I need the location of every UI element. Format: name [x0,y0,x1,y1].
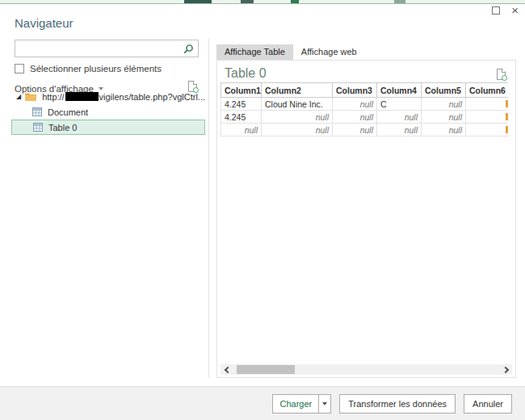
strip-segment [394,0,405,3]
grid-row: 4.245Cloud Nine Inc.nullCnull [221,98,509,111]
page-title: Navigateur [15,16,74,30]
tree-item-label: Table 0 [48,123,77,132]
redaction-bar [65,92,99,101]
grid-cell: 4.245 [221,98,262,111]
strip-segment [241,0,254,3]
grid-cell: Cloud Nine Inc. [262,98,333,111]
horizontal-scrollbar[interactable] [220,364,512,375]
scrollbar-thumb[interactable] [237,365,295,374]
grid-row: nullnullnullnullnull [221,124,509,136]
scroll-left-icon[interactable] [220,364,232,375]
grid-cell: null [333,111,377,124]
refresh-preview-icon[interactable] [497,69,506,80]
close-icon[interactable]: × [511,6,519,15]
grid-cell: null [221,124,262,136]
page-fold [502,69,506,72]
search-box[interactable] [15,40,199,57]
grid-cell: null [333,98,377,111]
grid-cell: null [422,111,466,124]
tree-item-label: Document [48,107,88,117]
search-icon[interactable] [183,44,194,55]
scroll-right-icon[interactable] [501,364,512,375]
folder-icon [25,92,36,101]
page-fold [194,81,197,84]
strip-segment [291,0,299,3]
grid-cell: null [377,111,422,124]
grid-header-cell: Column5 [422,83,466,98]
grid-header-cell: Column4 [377,83,422,98]
grid-cell: null [422,124,466,136]
window-controls: × [492,6,519,15]
grid-cell [466,124,509,136]
cancel-button[interactable]: Annuler [464,394,512,414]
clipped-text-sliver [506,113,508,120]
load-button[interactable]: Charger [272,394,318,414]
table-icon [32,107,42,116]
preview-tabs: Affichage Table Affichage web [216,44,365,60]
url-suffix: vigilens/table.php?vglCtrl... [99,92,205,102]
refresh-badge-icon [502,75,507,81]
tree-item-document[interactable]: Document [11,104,205,120]
maximize-icon[interactable] [492,6,500,15]
source-tree: ◢ http://vigilens/table.php?vglCtrl... D… [11,89,205,135]
tree-item-table0[interactable]: Table 0 [11,120,205,135]
grid-header-cell: Column1 [221,83,262,98]
chevron-down-icon [322,402,327,405]
tab-affichage-web[interactable]: Affichage web [293,44,365,60]
grid-cell: C [377,98,422,111]
grid-header-cell: Column6 [466,83,509,98]
table-icon [33,123,43,132]
preview-panel: Table 0 Column1Column2Column3Column4Colu… [216,60,516,378]
grid-header-cell: Column3 [333,83,377,98]
background-app-strip [0,0,525,4]
search-input[interactable] [19,41,180,56]
grid-cell: null [422,98,466,111]
grid-cell: null [262,111,333,124]
tab-affichage-table[interactable]: Affichage Table [216,44,293,60]
transform-data-button[interactable]: Transformer les données [339,394,456,414]
grid-cell [466,111,509,124]
load-dropdown-button[interactable] [318,394,331,414]
tree-root-url[interactable]: ◢ http://vigilens/table.php?vglCtrl... [11,89,205,104]
data-grid-wrap: Column1Column2Column3Column4Column5Colum… [220,82,508,136]
grid-cell: null [262,124,333,136]
expand-collapse-icon[interactable]: ◢ [16,94,21,100]
multi-select-label: Sélectionner plusieurs éléments [30,64,162,74]
data-grid: Column1Column2Column3Column4Column5Colum… [220,82,508,136]
grid-cell: null [333,124,377,136]
load-split-button: Charger [272,394,331,414]
preview-title: Table 0 [225,66,267,81]
panel-divider [208,39,209,378]
grid-cell: 4.245 [221,111,262,124]
clipped-text-sliver [506,100,508,107]
grid-row: 4.245nullnullnullnull [221,111,509,124]
dialog-footer: Charger Transformer les données Annuler [0,386,525,420]
grid-header-cell: Column2 [262,83,333,98]
grid-cell [466,98,509,111]
multi-select-row[interactable]: Sélectionner plusieurs éléments [15,64,162,74]
multi-select-checkbox[interactable] [15,64,24,74]
clipped-text-sliver [506,126,508,133]
url-prefix: http:// [42,92,65,102]
strip-segment [184,0,212,3]
grid-cell: null [377,124,422,136]
grid-header-row: Column1Column2Column3Column4Column5Colum… [221,83,509,98]
